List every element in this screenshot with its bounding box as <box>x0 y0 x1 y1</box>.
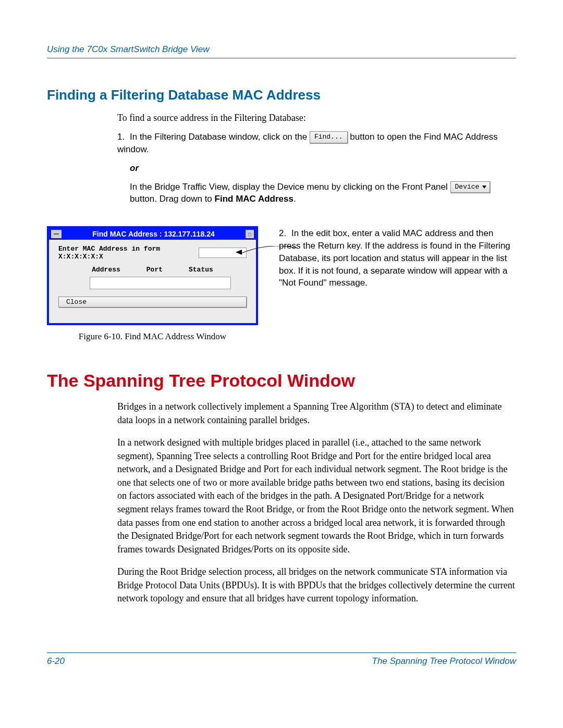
window-title: Find MAC Address : 132.177.118.24 <box>64 230 243 238</box>
page-header: Using the 7C0x SmartSwitch Bridge View <box>47 44 516 58</box>
step-1-text-a: In the Filtering Database window, click … <box>130 132 310 142</box>
footer-page-number: 6-20 <box>47 656 65 667</box>
step-1-alt-bold: Find MAC Address <box>215 194 293 204</box>
step-2: 2.In the edit box, enter a valid MAC add… <box>279 226 516 289</box>
col-address: Address <box>92 266 120 274</box>
or-separator: or <box>130 163 516 174</box>
header-text: Using the 7C0x SmartSwitch Bridge View <box>47 44 210 54</box>
footer-section-title: The Spanning Tree Protocol Window <box>372 656 516 667</box>
callout-arrow-icon <box>236 250 242 255</box>
figure-row: Find MAC Address : 132.177.118.24 □ Ente… <box>47 226 516 342</box>
step-2-number: 2. <box>279 227 291 240</box>
system-menu-icon[interactable] <box>51 230 62 238</box>
intro-text: To find a source address in the Filterin… <box>117 113 516 124</box>
step-1-alt-b: button. Drag down to <box>130 194 215 204</box>
paragraph-1: Bridges in a network collectively implem… <box>117 400 516 427</box>
window-titlebar: Find MAC Address : 132.177.118.24 □ <box>49 228 256 240</box>
page-footer: 6-20 The Spanning Tree Protocol Window <box>47 652 516 667</box>
input-row: Enter MAC Address in form X:X:X:X:X:X <box>58 245 247 261</box>
step-1-alt-c: . <box>293 194 296 204</box>
step-2-text: In the edit box, enter a valid MAC addre… <box>279 228 510 288</box>
device-button-label: Device <box>455 182 480 192</box>
find-mac-window: Find MAC Address : 132.177.118.24 □ Ente… <box>47 226 258 325</box>
section-heading-spanning-tree: The Spanning Tree Protocol Window <box>47 371 516 391</box>
figure-caption: Figure 6-10. Find MAC Address Window <box>47 331 258 342</box>
step-1: 1.In the Filtering Database window, clic… <box>117 131 516 156</box>
window-control-icon[interactable]: □ <box>246 230 254 238</box>
mac-prompt-label: Enter MAC Address in form X:X:X:X:X:X <box>58 245 194 261</box>
chevron-down-icon <box>482 186 486 189</box>
step-1-number: 1. <box>117 131 130 143</box>
paragraph-3: During the Root Bridge selection process… <box>117 565 516 606</box>
step-1-alt-a: In the Bridge Traffic View, display the … <box>130 182 450 192</box>
result-list-box[interactable] <box>90 277 231 289</box>
close-button[interactable]: Close <box>58 297 247 307</box>
find-button[interactable]: Find... <box>310 131 348 143</box>
device-button[interactable]: Device <box>450 181 491 193</box>
section-heading-finding: Finding a Filtering Database MAC Address <box>47 87 516 103</box>
step-1-alt: In the Bridge Traffic View, display the … <box>117 181 516 206</box>
column-headers: Address Port Status <box>74 266 231 274</box>
col-status: Status <box>189 266 213 274</box>
col-port: Port <box>146 266 163 274</box>
paragraph-2: In a network designed with multiple brid… <box>117 436 516 556</box>
